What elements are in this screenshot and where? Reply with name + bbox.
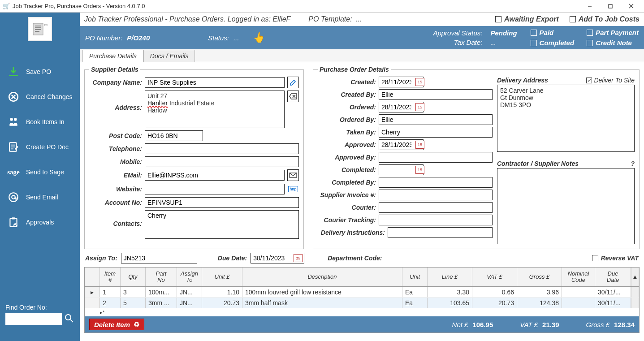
telephone-input[interactable] xyxy=(145,143,299,154)
completed-input[interactable] xyxy=(379,164,424,175)
createdby-input[interactable] xyxy=(379,89,493,100)
table-row[interactable]: ▸ 1 3 100m... JN... 1.10 100mm louvred g… xyxy=(85,287,639,298)
gross-label: Gross £ xyxy=(586,321,610,328)
ordered-label: Ordered: xyxy=(318,104,376,111)
postcode-label: Post Code: xyxy=(89,132,142,139)
row-marker xyxy=(85,298,100,308)
delinst-input[interactable] xyxy=(388,227,493,238)
approvedby-input[interactable] xyxy=(379,152,493,163)
col-nominal[interactable]: Nominal Code xyxy=(562,268,595,286)
part-payment-checkbox[interactable]: Part Payment xyxy=(587,29,639,36)
sidebar-item-label: Create PO Doc xyxy=(26,143,69,151)
clear-address-icon[interactable] xyxy=(287,91,299,102)
postcode-input[interactable] xyxy=(145,130,203,141)
deliver-to-site-checkbox[interactable]: ✓ Deliver To Site xyxy=(586,77,635,84)
sidebar-item-label: Save PO xyxy=(26,68,51,75)
mobile-input[interactable] xyxy=(145,156,299,167)
col-unit[interactable]: Unit xyxy=(402,268,428,286)
awaiting-export-checkbox[interactable]: Awaiting Export xyxy=(495,15,559,23)
notes-help-icon[interactable]: ? xyxy=(631,160,635,167)
col-assign[interactable]: Assign To xyxy=(177,268,202,286)
completed-label: Completed: xyxy=(318,166,376,173)
website-input[interactable] xyxy=(145,184,285,194)
edit-company-icon[interactable] xyxy=(287,77,299,88)
sidebar-item-save-po[interactable]: Save PO xyxy=(0,59,80,84)
assign-to-input[interactable] xyxy=(121,253,197,263)
company-name-input[interactable] xyxy=(145,77,285,88)
col-unit-price[interactable]: Unit £ xyxy=(202,268,242,286)
col-qty[interactable]: Qty xyxy=(121,268,146,286)
svg-point-12 xyxy=(9,193,18,202)
net-value: 106.95 xyxy=(472,321,493,328)
po-template-value[interactable]: ... xyxy=(356,15,362,23)
status-value: ... xyxy=(233,34,239,42)
orderedby-input[interactable] xyxy=(379,114,493,125)
table-row[interactable]: 2 5 3mm ... JN... 20.73 3mm half mask Ea… xyxy=(85,298,639,308)
tab-purchase-details[interactable]: Purchase Details xyxy=(82,50,143,62)
col-vat[interactable]: VAT £ xyxy=(472,268,517,286)
tab-docs-emails[interactable]: Docs / Emails xyxy=(143,50,195,62)
created-input[interactable] xyxy=(379,77,424,87)
email-input[interactable] xyxy=(145,170,285,181)
col-due[interactable]: Due Date xyxy=(595,268,631,286)
courier-input[interactable] xyxy=(379,202,493,213)
new-row-marker[interactable]: ▸* xyxy=(85,308,639,316)
ordered-input[interactable] xyxy=(379,102,424,112)
vat-value: 21.39 xyxy=(542,321,559,328)
sidebar-item-label: Book Items In xyxy=(26,118,65,125)
approved-input[interactable] xyxy=(379,139,424,150)
completedby-input[interactable] xyxy=(379,177,493,188)
sidebar-item-create-po-doc[interactable]: Create PO Doc xyxy=(0,134,80,160)
sidebar-item-send-email[interactable]: Send Email xyxy=(0,185,80,210)
add-to-job-costs-checkbox[interactable]: Add To Job Costs xyxy=(570,15,640,23)
website-label: Website: xyxy=(89,186,142,193)
due-date-label: Due Date: xyxy=(218,255,247,262)
completedby-label: Completed By: xyxy=(318,179,376,186)
track-input[interactable] xyxy=(379,215,493,225)
approved-label: Approved: xyxy=(318,141,376,148)
delivery-address-box[interactable]: 52 Carver Lane Gt Dunmow DM15 3PO xyxy=(497,85,635,152)
grid-header: Item # Qty Part No Assign To Unit £ Desc… xyxy=(85,268,639,287)
notes-box[interactable] xyxy=(497,168,635,244)
contacts-input[interactable]: Cherry xyxy=(145,210,299,239)
supinv-input[interactable] xyxy=(379,190,493,200)
grid-footer: Delete Item ♻ Net £106.95 VAT £21.39 Gro… xyxy=(85,316,639,332)
delinst-label: Delivery Instructions: xyxy=(318,229,385,236)
maximize-button[interactable] xyxy=(600,0,621,13)
search-icon[interactable] xyxy=(64,313,74,325)
sidebar-item-approvals[interactable]: Approvals xyxy=(0,210,80,235)
accountno-input[interactable] xyxy=(145,197,299,208)
find-order-input[interactable] xyxy=(5,313,62,325)
completed-checkbox[interactable]: Completed xyxy=(531,39,575,47)
reverse-vat-checkbox[interactable]: Reverse VAT xyxy=(592,255,639,262)
col-part[interactable]: Part No xyxy=(146,268,177,286)
delete-item-button[interactable]: Delete Item ♻ xyxy=(89,319,144,330)
col-gross[interactable]: Gross £ xyxy=(517,268,562,286)
minimize-button[interactable] xyxy=(579,0,600,13)
credit-note-checkbox[interactable]: Credit Note xyxy=(587,39,639,47)
email-icon[interactable] xyxy=(287,169,299,181)
close-button[interactable] xyxy=(621,0,641,13)
hand-cursor-icon[interactable]: 👆 xyxy=(252,32,264,43)
breadcrumb: Job Tracker Professional - Purchase Orde… xyxy=(84,15,290,23)
col-description[interactable]: Description xyxy=(242,268,402,286)
col-line[interactable]: Line £ xyxy=(428,268,472,286)
sidebar-item-book-items-in[interactable]: Book Items In xyxy=(0,109,80,134)
address-input[interactable]: Unit 27 Hanlter Industrial Estate Harlow xyxy=(145,91,285,128)
col-item[interactable]: Item # xyxy=(100,268,121,286)
scrollbar[interactable]: ▲ xyxy=(631,268,639,286)
takenby-input[interactable] xyxy=(379,127,493,138)
at-icon xyxy=(7,191,20,203)
app-icon: 🛒 xyxy=(3,3,10,10)
http-icon[interactable]: http xyxy=(287,183,299,195)
telephone-label: Telephone: xyxy=(89,145,142,152)
svg-point-13 xyxy=(12,195,15,199)
accountno-label: Account No: xyxy=(89,199,142,206)
due-date-input[interactable] xyxy=(251,253,304,263)
sidebar-item-cancel-changes[interactable]: Cancel Changes xyxy=(0,84,80,109)
svg-text:PO: PO xyxy=(44,24,48,26)
sidebar-item-send-to-sage[interactable]: sage Send to Sage xyxy=(0,160,80,185)
company-name-label: Company Name: xyxy=(89,79,142,86)
sidebar-item-label: Send Email xyxy=(26,194,58,201)
paid-checkbox[interactable]: Paid xyxy=(531,29,575,36)
